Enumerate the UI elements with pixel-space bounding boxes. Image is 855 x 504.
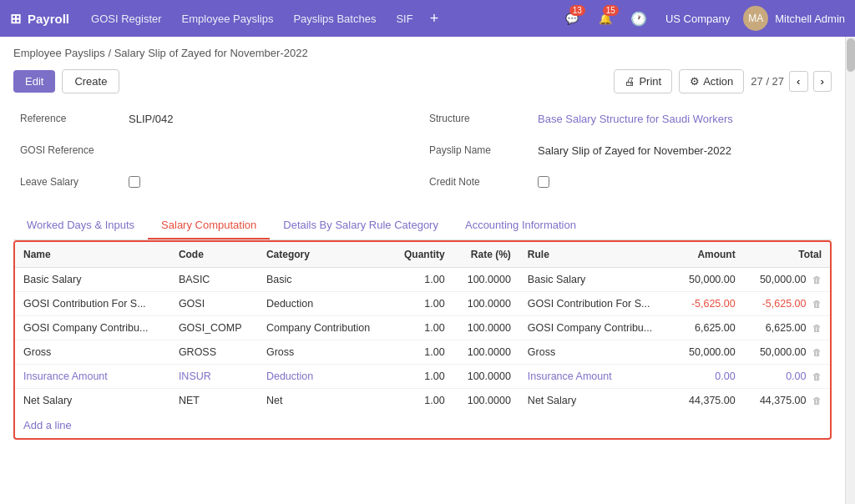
- breadcrumb-parent[interactable]: Employee Payslips: [13, 47, 105, 59]
- row-0-rule: Basic Salary: [519, 268, 675, 292]
- prev-page-button[interactable]: ‹: [789, 71, 807, 92]
- row-2-rule: GOSI Company Contribu...: [519, 316, 675, 340]
- company-name[interactable]: US Company: [659, 13, 736, 25]
- scrollbar-thumb[interactable]: [847, 38, 855, 72]
- navbar: ⊞ Payroll GOSI Register Employee Payslip…: [0, 0, 855, 37]
- credit-note-field: Credit Note: [429, 170, 825, 194]
- pagination-text: 27 / 27: [751, 75, 784, 88]
- row-1-delete-icon[interactable]: 🗑: [812, 299, 822, 309]
- leave-salary-label: Leave Salary: [20, 176, 129, 188]
- row-0-quantity: 1.00: [390, 268, 453, 292]
- avatar-initials: MA: [748, 13, 763, 24]
- col-quantity: Quantity: [390, 242, 453, 268]
- row-5-rule: Net Salary: [519, 389, 675, 413]
- row-3-rate: 100.0000: [453, 340, 519, 365]
- salary-computation-table-section: Name Code Category Quantity Rate (%) Rul…: [13, 240, 832, 440]
- row-3-delete-icon[interactable]: 🗑: [812, 347, 822, 357]
- create-button[interactable]: Create: [62, 69, 119, 93]
- print-label: Print: [639, 75, 661, 88]
- row-2-delete-icon[interactable]: 🗑: [812, 323, 822, 333]
- row-5-delete-icon[interactable]: 🗑: [812, 396, 822, 406]
- nav-sif[interactable]: SIF: [387, 8, 421, 30]
- print-button[interactable]: 🖨 Print: [614, 69, 672, 93]
- row-4-delete-icon[interactable]: 🗑: [812, 371, 822, 381]
- row-2-total: 6,625.00 🗑: [744, 316, 830, 340]
- form-section: Reference SLIP/042 GOSI Reference Leave …: [13, 107, 832, 202]
- tab-salary-computation[interactable]: Salary Computation: [148, 212, 270, 239]
- row-2-quantity: 1.00: [390, 316, 453, 340]
- chat-icon-button[interactable]: 💬 13: [559, 5, 585, 32]
- nav-employee-payslips[interactable]: Employee Payslips: [174, 8, 282, 30]
- table-row: Net Salary NET Net 1.00 100.0000 Net Sal…: [15, 389, 830, 413]
- clock-icon-button[interactable]: 🕐: [625, 5, 652, 32]
- row-4-rule[interactable]: Insurance Amount: [519, 365, 675, 389]
- scrollbar-track[interactable]: [845, 37, 855, 504]
- table-row: GOSI Contribution For S... GOSI Deductio…: [15, 292, 830, 316]
- reference-field: Reference SLIP/042: [20, 107, 416, 130]
- chat-badge: 13: [569, 5, 585, 16]
- clock-icon: 🕐: [630, 11, 647, 27]
- credit-note-checkbox[interactable]: [538, 176, 549, 188]
- row-4-category[interactable]: Deduction: [258, 365, 390, 389]
- tab-worked-days[interactable]: Worked Days & Inputs: [13, 212, 148, 239]
- row-2-amount: 6,625.00: [675, 316, 744, 340]
- payslip-name-value: Salary Slip of Zayed for November-2022: [538, 144, 731, 157]
- edit-button[interactable]: Edit: [13, 70, 55, 93]
- breadcrumb: Employee Payslips / Salary Slip of Zayed…: [13, 47, 832, 59]
- add-line-button[interactable]: Add a line: [15, 412, 830, 438]
- user-name[interactable]: Mitchell Admin: [775, 13, 845, 25]
- breadcrumb-separator: /: [108, 47, 111, 59]
- row-4-code[interactable]: INSUR: [170, 365, 258, 389]
- action-button[interactable]: ⚙ Action: [679, 69, 744, 93]
- row-5-quantity: 1.00: [390, 389, 453, 413]
- row-4-name[interactable]: Insurance Amount: [15, 365, 170, 389]
- row-0-delete-icon[interactable]: 🗑: [812, 275, 822, 285]
- credit-note-label: Credit Note: [429, 176, 538, 188]
- row-1-code: GOSI: [170, 292, 258, 316]
- nav-gosi[interactable]: GOSI Register: [83, 8, 170, 30]
- add-menu-button[interactable]: +: [425, 10, 444, 28]
- tab-accounting[interactable]: Accounting Information: [452, 212, 589, 239]
- tab-details[interactable]: Details By Salary Rule Category: [270, 212, 452, 239]
- row-1-name: GOSI Contribution For S...: [15, 292, 170, 316]
- row-3-amount: 50,000.00: [675, 340, 744, 365]
- row-1-category: Deduction: [258, 292, 390, 316]
- next-page-button[interactable]: ›: [813, 71, 832, 92]
- user-avatar[interactable]: MA: [743, 6, 768, 31]
- tabs-bar: Worked Days & Inputs Salary Computation …: [13, 212, 832, 240]
- row-1-amount: -5,625.00: [675, 292, 744, 316]
- col-total: Total: [744, 242, 830, 268]
- row-5-total: 44,375.00 🗑: [744, 389, 830, 413]
- structure-field: Structure Base Salary Structure for Saud…: [429, 107, 825, 130]
- nav-payslips-batches[interactable]: Payslips Batches: [285, 8, 384, 30]
- pagination: 27 / 27 ‹ ›: [751, 71, 832, 92]
- row-1-quantity: 1.00: [390, 292, 453, 316]
- action-bar: Edit Create 🖨 Print ⚙ Action 27 / 27 ‹ ›: [13, 69, 832, 93]
- row-3-code: GROSS: [170, 340, 258, 365]
- col-rate: Rate (%): [453, 242, 519, 268]
- row-1-total: -5,625.00 🗑: [744, 292, 830, 316]
- row-3-rule: Gross: [519, 340, 675, 365]
- payslip-name-field: Payslip Name Salary Slip of Zayed for No…: [429, 139, 825, 162]
- row-3-name: Gross: [15, 340, 170, 365]
- row-3-category: Gross: [258, 340, 390, 365]
- notification-icon-button[interactable]: 🔔 15: [592, 5, 619, 32]
- action-label: Action: [703, 75, 733, 88]
- row-5-code: NET: [170, 389, 258, 413]
- table-header-row: Name Code Category Quantity Rate (%) Rul…: [15, 242, 830, 268]
- app-brand[interactable]: ⊞ Payroll: [10, 11, 69, 27]
- row-3-total: 50,000.00 🗑: [744, 340, 830, 365]
- app-title: Payroll: [28, 12, 69, 26]
- row-5-amount: 44,375.00: [675, 389, 744, 413]
- row-4-rate: 100.0000: [453, 365, 519, 389]
- structure-value[interactable]: Base Salary Structure for Saudi Workers: [538, 113, 733, 125]
- payslip-name-label: Payslip Name: [429, 144, 538, 156]
- col-amount: Amount: [675, 242, 744, 268]
- row-2-category: Company Contribution: [258, 316, 390, 340]
- salary-computation-table: Name Code Category Quantity Rate (%) Rul…: [15, 242, 830, 412]
- row-3-quantity: 1.00: [390, 340, 453, 365]
- leave-salary-checkbox[interactable]: [129, 176, 140, 188]
- row-2-rate: 100.0000: [453, 316, 519, 340]
- notif-badge: 15: [603, 5, 619, 16]
- table-row: GOSI Company Contribu... GOSI_COMP Compa…: [15, 316, 830, 340]
